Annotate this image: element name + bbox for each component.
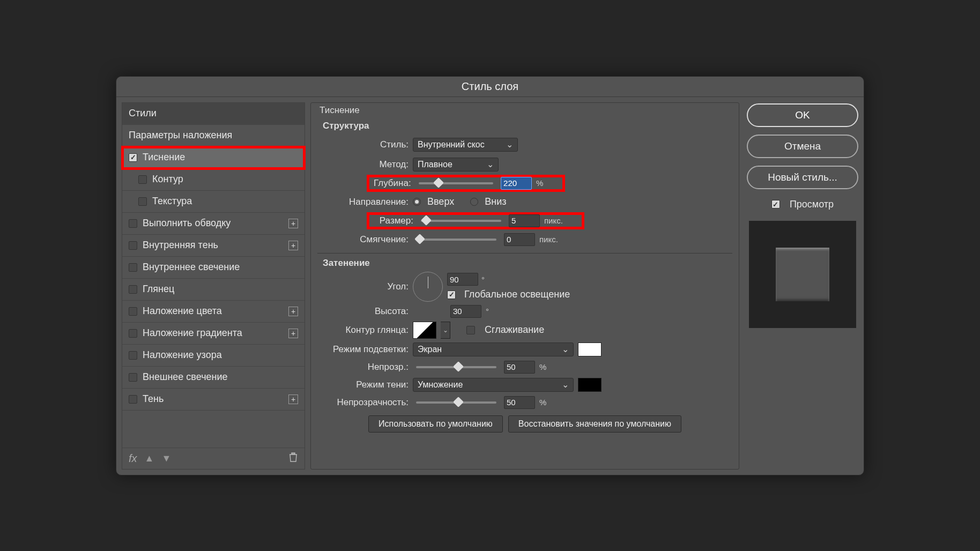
size-slider[interactable] bbox=[421, 220, 501, 222]
make-default-button[interactable]: Использовать по умолчанию bbox=[368, 415, 503, 433]
highlight-color-swatch[interactable] bbox=[578, 342, 602, 356]
move-down-icon[interactable]: ▼ bbox=[161, 453, 171, 464]
sidebar-outer-glow[interactable]: Внешнее свечение bbox=[122, 367, 305, 389]
stroke-checkbox[interactable] bbox=[129, 219, 137, 228]
global-light-checkbox[interactable] bbox=[447, 291, 456, 299]
altitude-input[interactable] bbox=[450, 305, 481, 318]
highlight-mode-row: Режим подсветки: Экран bbox=[317, 340, 732, 359]
texture-checkbox[interactable] bbox=[138, 197, 147, 206]
pattern-overlay-checkbox[interactable] bbox=[129, 351, 137, 360]
highlight-mode-label: Режим подсветки: bbox=[317, 344, 409, 355]
method-select[interactable]: Плавное bbox=[413, 158, 499, 172]
sidebar-blending-options[interactable]: Параметры наложения bbox=[122, 125, 305, 147]
shadow-opacity-input[interactable] bbox=[504, 396, 535, 409]
main-area: Тиснение Структура Стиль: Внутренний ско… bbox=[310, 102, 858, 470]
shadow-color-swatch[interactable] bbox=[578, 378, 602, 392]
ok-button[interactable]: OK bbox=[747, 103, 858, 127]
preview-checkbox[interactable] bbox=[771, 200, 780, 209]
style-select[interactable]: Внутренний скос bbox=[413, 138, 518, 152]
reset-default-button[interactable]: Восстановить значения по умолчанию bbox=[508, 415, 681, 433]
sidebar-color-overlay[interactable]: Наложение цвета + bbox=[122, 301, 305, 323]
highlight-opacity-input[interactable] bbox=[504, 361, 535, 374]
gradient-overlay-checkbox[interactable] bbox=[129, 329, 137, 338]
style-label: Стиль: bbox=[317, 139, 409, 150]
size-slider-thumb[interactable] bbox=[421, 215, 432, 226]
trash-icon[interactable] bbox=[288, 452, 298, 465]
sidebar-inner-shadow[interactable]: Внутренняя тень + bbox=[122, 235, 305, 257]
sidebar-pattern-overlay[interactable]: Наложение узора bbox=[122, 345, 305, 367]
soften-slider[interactable] bbox=[416, 239, 496, 241]
sidebar-header[interactable]: Стили bbox=[122, 103, 305, 125]
depth-unit: % bbox=[536, 178, 558, 188]
highlight-mode-select[interactable]: Экран bbox=[413, 342, 574, 356]
shadow-opacity-thumb[interactable] bbox=[453, 397, 464, 407]
depth-slider-thumb[interactable] bbox=[433, 177, 444, 188]
global-light-label: Глобальное освещение bbox=[464, 289, 570, 300]
soften-unit: пикс. bbox=[539, 235, 563, 244]
angle-row: Угол: ° Глобальное освещение bbox=[317, 271, 732, 303]
shadow-mode-label: Режим тени: bbox=[317, 379, 409, 390]
soften-slider-thumb[interactable] bbox=[414, 234, 425, 244]
gloss-contour-dropdown[interactable]: ⌄ bbox=[441, 322, 450, 339]
angle-deg: ° bbox=[481, 275, 505, 284]
sidebar-inner-glow[interactable]: Внутреннее свечение bbox=[122, 257, 305, 279]
direction-up-radio[interactable] bbox=[413, 198, 421, 206]
sidebar-contour[interactable]: Контур bbox=[122, 169, 305, 191]
preview-toggle-row: Просмотр bbox=[747, 199, 858, 210]
inner-shadow-add-icon[interactable]: + bbox=[288, 241, 298, 250]
cancel-button[interactable]: Отмена bbox=[747, 135, 858, 158]
depth-slider[interactable] bbox=[419, 182, 493, 184]
sidebar-emboss[interactable]: Тиснение bbox=[122, 147, 305, 169]
depth-input[interactable] bbox=[501, 177, 532, 190]
color-overlay-add-icon[interactable]: + bbox=[288, 307, 298, 316]
method-row: Метод: Плавное bbox=[317, 156, 732, 173]
gloss-contour-swatch[interactable] bbox=[413, 322, 436, 339]
drop-shadow-checkbox[interactable] bbox=[129, 395, 137, 404]
drop-shadow-add-icon[interactable]: + bbox=[288, 394, 298, 404]
size-input[interactable] bbox=[509, 214, 540, 227]
depth-label: Глубина: bbox=[374, 178, 411, 189]
soften-row: Смягчение: пикс. bbox=[317, 231, 732, 248]
satin-checkbox[interactable] bbox=[129, 285, 137, 294]
emboss-panel: Тиснение Структура Стиль: Внутренний ско… bbox=[310, 102, 739, 470]
angle-dial[interactable] bbox=[413, 272, 443, 302]
preview-label: Просмотр bbox=[790, 199, 834, 210]
gloss-contour-row: Контур глянца: ⌄ Сглаживание bbox=[317, 320, 732, 340]
style-row: Стиль: Внутренний скос bbox=[317, 136, 732, 153]
soften-label: Смягчение: bbox=[317, 234, 409, 245]
highlight-opacity-thumb[interactable] bbox=[453, 361, 464, 372]
stroke-add-icon[interactable]: + bbox=[288, 219, 298, 228]
inner-glow-checkbox[interactable] bbox=[129, 263, 137, 272]
preview-inner bbox=[776, 248, 829, 301]
fx-icon[interactable]: fx bbox=[129, 452, 137, 465]
color-overlay-checkbox[interactable] bbox=[129, 307, 137, 316]
shadow-opacity-slider[interactable] bbox=[416, 401, 496, 404]
inner-shadow-checkbox[interactable] bbox=[129, 241, 137, 250]
sidebar-satin[interactable]: Глянец bbox=[122, 279, 305, 301]
direction-up-label: Вверх bbox=[427, 196, 454, 207]
emboss-checkbox[interactable] bbox=[129, 153, 137, 162]
highlight-opacity-slider[interactable] bbox=[416, 366, 496, 368]
outer-glow-checkbox[interactable] bbox=[129, 373, 137, 382]
angle-input[interactable] bbox=[447, 273, 478, 286]
antialias-checkbox[interactable] bbox=[466, 326, 475, 334]
gradient-overlay-add-icon[interactable]: + bbox=[288, 329, 298, 338]
size-unit: пикс. bbox=[544, 216, 568, 225]
sidebar-gradient-overlay[interactable]: Наложение градиента + bbox=[122, 323, 305, 345]
sidebar-drop-shadow[interactable]: Тень + bbox=[122, 389, 305, 411]
layer-style-dialog: Стиль слоя Стили Параметры наложения Тис… bbox=[116, 76, 864, 475]
direction-down-radio[interactable] bbox=[470, 198, 478, 206]
angle-label: Угол: bbox=[317, 281, 409, 292]
sidebar-stroke[interactable]: Выполнить обводку + bbox=[122, 213, 305, 235]
soften-input[interactable] bbox=[504, 233, 535, 246]
contour-checkbox[interactable] bbox=[138, 175, 147, 184]
antialias-label: Сглаживание bbox=[485, 324, 544, 336]
altitude-row: Высота: ° bbox=[317, 303, 732, 320]
right-column: OK Отмена Новый стиль... Просмотр bbox=[747, 102, 858, 470]
effects-sidebar: Стили Параметры наложения Тиснение Конту… bbox=[122, 102, 305, 470]
shadow-mode-select[interactable]: Умножение bbox=[413, 378, 574, 392]
move-up-icon[interactable]: ▲ bbox=[145, 453, 154, 464]
new-style-button[interactable]: Новый стиль... bbox=[747, 166, 858, 189]
sidebar-texture[interactable]: Текстура bbox=[122, 191, 305, 213]
highlight-mode-value: Экран bbox=[418, 345, 442, 354]
